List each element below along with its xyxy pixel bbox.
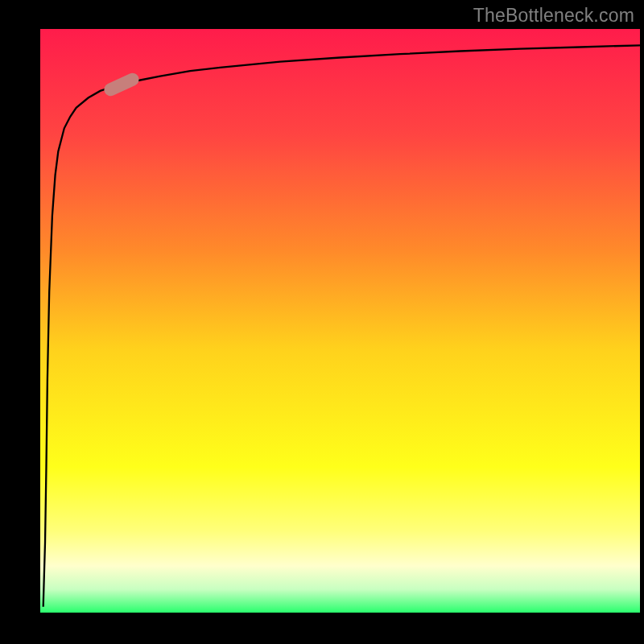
chart-stage: TheBottleneck.com [0,0,644,644]
plot-area [40,29,640,613]
gradient-background [40,29,640,613]
watermark-text: TheBottleneck.com [473,5,634,27]
